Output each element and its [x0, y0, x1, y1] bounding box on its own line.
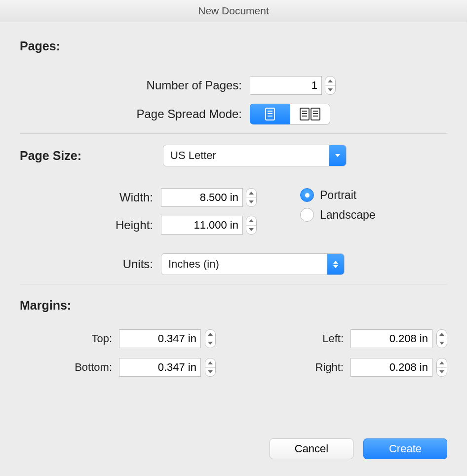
pages-section-label: Pages: [20, 39, 60, 53]
chevron-up-icon[interactable] [325, 77, 335, 86]
updown-arrows-icon [327, 254, 344, 275]
units-label: Units: [20, 257, 161, 271]
margin-left-input[interactable] [350, 329, 432, 348]
cancel-button[interactable]: Cancel [270, 438, 353, 459]
spread-single-button[interactable] [250, 104, 290, 124]
margin-left-stepper[interactable] [436, 329, 447, 348]
width-input[interactable] [161, 188, 243, 207]
height-input[interactable] [161, 216, 243, 235]
page-size-section-label: Page Size: [20, 149, 143, 163]
dropdown-arrow-icon [329, 145, 346, 166]
page-spread-mode-label: Page Spread Mode: [20, 107, 250, 121]
page-spread-mode-segmented[interactable] [250, 104, 330, 124]
margins-section-label: Margins: [20, 298, 71, 313]
spread-facing-button[interactable] [290, 104, 330, 124]
orientation-landscape-radio[interactable] [300, 208, 314, 222]
chevron-down-icon[interactable] [205, 339, 215, 348]
margin-right-input[interactable] [350, 358, 432, 377]
chevron-up-icon[interactable] [205, 330, 215, 339]
margin-right-label: Right: [260, 361, 347, 374]
margin-top-input[interactable] [119, 329, 201, 348]
chevron-down-icon[interactable] [246, 226, 256, 235]
margin-top-stepper[interactable] [205, 329, 216, 348]
margin-right-stepper[interactable] [436, 358, 447, 377]
facing-pages-icon [299, 108, 321, 120]
width-stepper[interactable] [246, 188, 257, 207]
margin-bottom-label: Bottom: [28, 361, 115, 374]
chevron-up-icon[interactable] [205, 358, 215, 368]
number-of-pages-input[interactable] [250, 76, 322, 95]
page-size-preset-value: US Letter [163, 149, 329, 162]
window-title: New Document [0, 0, 467, 22]
height-label: Height: [20, 218, 161, 232]
units-select[interactable]: Inches (in) [161, 253, 345, 275]
page-size-preset-select[interactable]: US Letter [163, 145, 347, 166]
single-page-icon [265, 108, 275, 120]
orientation-portrait-label: Portrait [320, 189, 356, 202]
number-of-pages-label: Number of Pages: [20, 79, 250, 92]
chevron-up-icon[interactable] [246, 216, 256, 226]
number-of-pages-stepper[interactable] [325, 76, 336, 95]
margin-bottom-stepper[interactable] [205, 358, 216, 377]
chevron-up-icon[interactable] [437, 358, 447, 368]
height-stepper[interactable] [246, 216, 257, 235]
margin-top-label: Top: [28, 332, 115, 345]
create-button[interactable]: Create [363, 438, 447, 459]
divider [20, 284, 447, 284]
margin-bottom-input[interactable] [119, 358, 201, 377]
chevron-down-icon[interactable] [437, 339, 447, 348]
chevron-down-icon[interactable] [205, 368, 215, 377]
chevron-down-icon[interactable] [246, 198, 256, 207]
units-value: Inches (in) [161, 258, 327, 271]
chevron-up-icon[interactable] [246, 189, 256, 198]
margin-left-label: Left: [260, 332, 347, 345]
divider [20, 133, 447, 134]
chevron-down-icon[interactable] [437, 368, 447, 377]
chevron-up-icon[interactable] [437, 330, 447, 339]
chevron-down-icon[interactable] [325, 86, 335, 95]
orientation-portrait-radio[interactable] [300, 188, 314, 202]
orientation-landscape-label: Landscape [320, 208, 376, 222]
width-label: Width: [20, 191, 161, 204]
